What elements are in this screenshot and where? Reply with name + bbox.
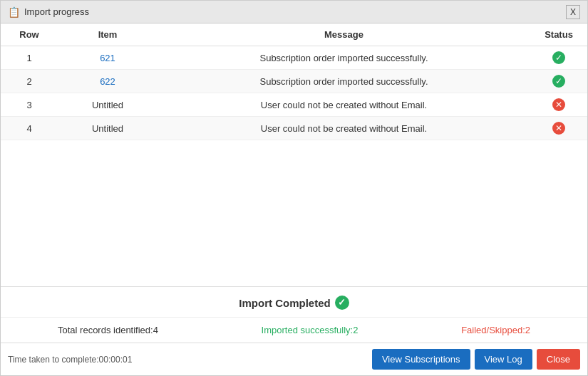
col-header-status: Status — [530, 24, 587, 46]
cell-message: User could not be created without Email. — [158, 93, 530, 117]
col-header-message: Message — [158, 24, 530, 46]
table-section: Row Item Message Status 1621Subscription… — [1, 24, 587, 286]
title-bar-left: 📋 Import progress — [8, 6, 89, 18]
error-icon: ✕ — [552, 122, 565, 135]
cell-status: ✕ — [530, 93, 587, 117]
cell-row-number: 1 — [1, 46, 58, 70]
dialog-title: Import progress — [24, 6, 89, 17]
view-subscriptions-button[interactable]: View Subscriptions — [372, 349, 470, 370]
import-table: Row Item Message Status 1621Subscription… — [1, 24, 587, 140]
cell-item: Untitled — [58, 117, 158, 140]
table-row: 2622Subscription order imported successf… — [1, 70, 587, 93]
cell-row-number: 4 — [1, 117, 58, 140]
completed-check-icon: ✓ — [335, 296, 349, 310]
stats-total: Total records identified:4 — [58, 325, 158, 335]
cell-item[interactable]: 621 — [58, 46, 158, 70]
import-completed-label: Import Completed ✓ — [239, 296, 349, 310]
cell-message: Subscription order imported successfully… — [158, 70, 530, 93]
import-progress-dialog: 📋 Import progress X Row Item Message Sta… — [0, 0, 588, 376]
cell-message: User could not be created without Email. — [158, 117, 530, 140]
table-header-row: Row Item Message Status — [1, 24, 587, 46]
footer-section: Import Completed ✓ Total records identif… — [1, 286, 587, 375]
item-link[interactable]: 621 — [100, 53, 115, 63]
bottom-bar: Time taken to complete:00:00:01 View Sub… — [1, 343, 587, 375]
stats-failed: Failed/Skipped:2 — [461, 325, 530, 335]
import-completed-bar: Import Completed ✓ — [1, 287, 587, 318]
col-header-row: Row — [1, 24, 58, 46]
cell-status: ✕ — [530, 117, 587, 140]
table-row: 4UntitledUser could not be created witho… — [1, 117, 587, 140]
cell-status: ✓ — [530, 46, 587, 70]
dialog-close-button[interactable]: X — [566, 5, 580, 19]
table-row: 3UntitledUser could not be created witho… — [1, 93, 587, 117]
cell-item: Untitled — [58, 93, 158, 117]
col-header-item: Item — [58, 24, 158, 46]
time-label: Time taken to complete:00:00:01 — [8, 355, 132, 365]
view-log-button[interactable]: View Log — [475, 349, 532, 370]
close-button[interactable]: Close — [537, 349, 580, 370]
success-icon: ✓ — [552, 75, 565, 88]
title-bar: 📋 Import progress X — [1, 1, 587, 24]
item-link[interactable]: 622 — [100, 76, 115, 87]
cell-status: ✓ — [530, 70, 587, 93]
cell-item[interactable]: 622 — [58, 70, 158, 93]
cell-row-number: 2 — [1, 70, 58, 93]
table-row: 1621Subscription order imported successf… — [1, 46, 587, 70]
success-icon: ✓ — [552, 51, 565, 64]
stats-bar: Total records identified:4 Imported succ… — [1, 318, 587, 343]
dialog-icon: 📋 — [8, 6, 20, 18]
stats-success: Imported successfully:2 — [262, 325, 359, 335]
cell-message: Subscription order imported successfully… — [158, 46, 530, 70]
error-icon: ✕ — [552, 98, 565, 111]
bottom-buttons: View Subscriptions View Log Close — [372, 349, 580, 370]
cell-row-number: 3 — [1, 93, 58, 117]
